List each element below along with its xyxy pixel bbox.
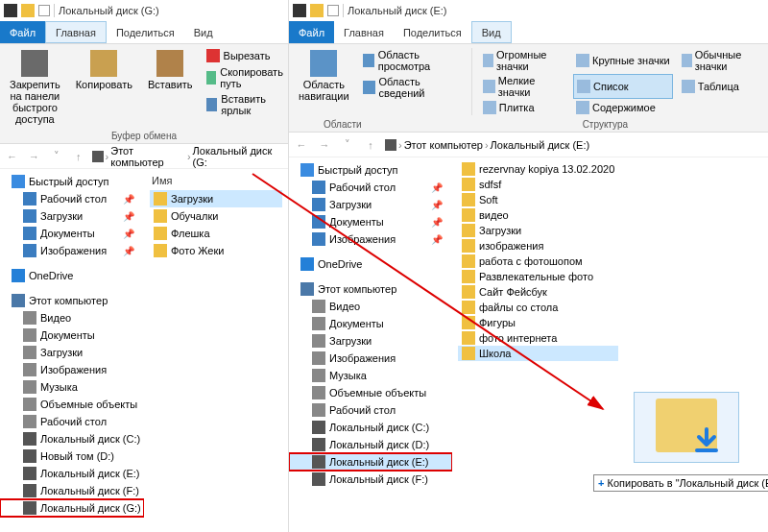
file-list[interactable]: rezervnay kopiya 13.02.2020 sdfsf Soft в… xyxy=(452,157,768,530)
nav-forward-button[interactable]: → xyxy=(316,136,333,154)
nav-documents[interactable]: Документы📌 xyxy=(0,225,144,242)
nav-back-button[interactable]: ← xyxy=(4,148,20,165)
view-table[interactable]: Таблица xyxy=(679,74,762,99)
chevron-right-icon[interactable]: › xyxy=(398,139,402,151)
menu-file[interactable]: Файл xyxy=(0,21,45,43)
nav-disk-d[interactable]: Новый том (D:) xyxy=(0,447,144,465)
nav-pictures2[interactable]: Изображения xyxy=(289,350,452,367)
nav-documents2[interactable]: Документы xyxy=(289,315,452,332)
crumb-drive[interactable]: Локальный диск (G: xyxy=(193,145,284,168)
folder-item[interactable]: Загрузки xyxy=(458,223,618,238)
breadcrumb[interactable]: › Этот компьютер › Локальный диск (G: xyxy=(92,145,284,168)
nav-3dobjects[interactable]: Объемные объекты xyxy=(0,396,144,413)
folder-item-downloads[interactable]: Загрузки xyxy=(150,190,282,207)
nav-quick-access[interactable]: Быстрый доступ xyxy=(289,161,452,179)
nav-documents[interactable]: Документы📌 xyxy=(289,213,452,230)
nav-documents2[interactable]: Документы xyxy=(0,326,144,344)
titlebar[interactable]: Локальный диск (E:) xyxy=(289,0,768,21)
nav-back-button[interactable]: ← xyxy=(293,136,310,154)
folder-item[interactable]: Фигуры xyxy=(458,315,618,330)
nav-3dobjects[interactable]: Объемные объекты xyxy=(289,384,452,401)
folder-item[interactable]: Сайт Фейсбук xyxy=(458,284,618,300)
view-small-icons[interactable]: Мелкие значки xyxy=(480,74,567,99)
view-tiles[interactable]: Плитка xyxy=(480,100,567,115)
folder-item[interactable]: изображения xyxy=(458,238,618,254)
nav-music[interactable]: Музыка xyxy=(289,367,452,384)
nav-recent-button[interactable]: ˅ xyxy=(339,136,356,154)
view-normal-icons[interactable]: Обычные значки xyxy=(679,48,762,73)
folder-item[interactable]: видео xyxy=(458,207,618,223)
column-header-name[interactable]: Имя xyxy=(150,173,282,190)
ribbon-shortcut-button[interactable]: Вставить ярлык xyxy=(204,92,289,117)
crumb-pc[interactable]: Этот компьютер xyxy=(110,145,185,168)
nav-pictures[interactable]: Изображения📌 xyxy=(0,242,144,259)
chevron-right-icon[interactable]: › xyxy=(106,151,109,162)
ribbon-details-button[interactable]: Область сведений xyxy=(361,75,464,100)
folder-item[interactable]: Soft xyxy=(458,192,618,207)
nav-music[interactable]: Музыка xyxy=(0,378,144,396)
folder-item[interactable]: работа с фотошопом xyxy=(458,254,618,269)
nav-thispc[interactable]: Этот компьютер xyxy=(289,280,452,298)
nav-desktop[interactable]: Рабочий стол📌 xyxy=(289,179,452,196)
folder-item[interactable]: rezervnay kopiya 13.02.2020 xyxy=(458,161,618,177)
nav-downloads2[interactable]: Загрузки xyxy=(0,344,144,361)
nav-downloads[interactable]: Загрузки📌 xyxy=(289,196,452,213)
nav-disk-d[interactable]: Локальный диск (D:) xyxy=(289,436,452,453)
nav-onedrive[interactable]: OneDrive xyxy=(0,267,144,284)
qat-dropdown-icon[interactable] xyxy=(327,5,339,16)
drag-drop-target[interactable] xyxy=(634,392,739,463)
ribbon-paste-button[interactable]: Вставить xyxy=(144,48,197,92)
menu-share[interactable]: Поделиться xyxy=(394,21,471,43)
ribbon-preview-button[interactable]: Область просмотра xyxy=(361,48,464,73)
menu-home[interactable]: Главная xyxy=(45,21,107,43)
nav-up-button[interactable]: ↑ xyxy=(362,136,379,154)
nav-disk-c[interactable]: Локальный диск (C:) xyxy=(0,430,144,447)
nav-pictures2[interactable]: Изображения xyxy=(0,361,144,378)
ribbon-copypath-button[interactable]: Скопировать путь xyxy=(204,65,289,90)
titlebar[interactable]: Локальный диск (G:) xyxy=(0,0,288,21)
nav-desktop2[interactable]: Рабочий стол xyxy=(0,413,144,430)
folder-item[interactable]: файлы со стола xyxy=(458,300,618,315)
nav-up-button[interactable]: ↑ xyxy=(70,148,86,165)
nav-disk-f[interactable]: Локальный диск (F:) xyxy=(0,482,144,499)
folder-item[interactable]: Фото Жеки xyxy=(150,242,282,259)
nav-recent-button[interactable]: ˅ xyxy=(48,148,64,165)
view-content[interactable]: Содержимое xyxy=(573,100,673,115)
view-list[interactable]: Список xyxy=(573,74,673,99)
nav-quick-access[interactable]: Быстрый доступ xyxy=(0,173,144,190)
view-large-icons[interactable]: Крупные значки xyxy=(573,48,673,73)
menu-home[interactable]: Главная xyxy=(334,21,394,43)
folder-item[interactable]: Обучалки xyxy=(150,207,282,225)
menu-view[interactable]: Вид xyxy=(184,21,223,43)
file-list[interactable]: Имя Загрузки Обучалки Флешка Фото Жеки xyxy=(144,169,288,532)
nav-forward-button[interactable]: → xyxy=(26,148,42,165)
nav-disk-e[interactable]: Локальный диск (E:) xyxy=(0,465,144,482)
nav-disk-f[interactable]: Локальный диск (F:) xyxy=(289,471,452,488)
ribbon-navpane-button[interactable]: Область навигации xyxy=(295,48,353,104)
nav-pictures[interactable]: Изображения📌 xyxy=(289,230,452,248)
nav-desktop2[interactable]: Рабочий стол xyxy=(289,401,452,419)
nav-disk-g[interactable]: Локальный диск (G:) xyxy=(0,499,144,517)
nav-onedrive[interactable]: OneDrive xyxy=(289,255,452,273)
crumb-drive[interactable]: Локальный диск (E:) xyxy=(491,139,590,151)
ribbon-pin-button[interactable]: Закрепить на панели быстрого доступа xyxy=(6,48,64,127)
menu-share[interactable]: Поделиться xyxy=(107,21,184,43)
nav-video[interactable]: Видео xyxy=(289,298,452,315)
view-huge-icons[interactable]: Огромные значки xyxy=(480,48,567,73)
nav-desktop[interactable]: Рабочий стол📌 xyxy=(0,190,144,207)
chevron-right-icon[interactable]: › xyxy=(187,151,191,162)
crumb-pc[interactable]: Этот компьютер xyxy=(404,139,483,151)
folder-item[interactable]: sdfsf xyxy=(458,177,618,192)
nav-disk-c[interactable]: Локальный диск (C:) xyxy=(289,419,452,436)
chevron-right-icon[interactable]: › xyxy=(485,139,489,151)
folder-item[interactable]: Развлекательные фото xyxy=(458,269,618,284)
breadcrumb[interactable]: › Этот компьютер › Локальный диск (E:) xyxy=(385,139,589,151)
ribbon-copy-button[interactable]: Копировать xyxy=(72,48,136,92)
nav-video[interactable]: Видео xyxy=(0,309,144,326)
nav-thispc[interactable]: Этот компьютер xyxy=(0,292,144,309)
ribbon-cut-button[interactable]: Вырезать xyxy=(204,48,289,63)
folder-item-school[interactable]: Школа xyxy=(458,346,618,361)
menu-view[interactable]: Вид xyxy=(471,21,512,43)
nav-downloads[interactable]: Загрузки📌 xyxy=(0,207,144,225)
nav-downloads2[interactable]: Загрузки xyxy=(289,332,452,350)
